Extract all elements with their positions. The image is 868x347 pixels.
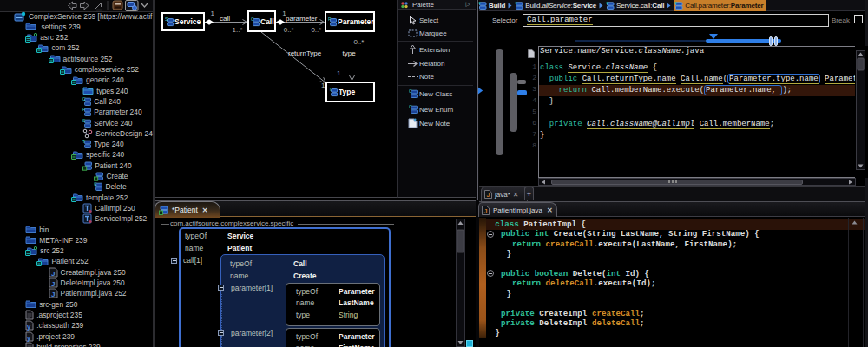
svg-text:J: J (51, 269, 55, 277)
svg-text:J: J (51, 291, 55, 298)
svg-text:returnType: returnType (288, 49, 322, 57)
svg-text:C: C (409, 104, 412, 109)
svg-text:1: 1 (211, 10, 215, 17)
svg-text:C: C (82, 96, 86, 101)
svg-text:C: C (409, 88, 412, 94)
svg-text:C: C (94, 181, 97, 187)
svg-text:0..*: 0..* (284, 26, 294, 34)
svg-text:call: call (220, 15, 230, 23)
svg-text:type: type (343, 49, 357, 57)
svg-text:1: 1 (282, 10, 286, 17)
svg-text:0..*: 0..* (353, 38, 364, 46)
svg-text:T: T (329, 87, 332, 92)
svg-text:J: J (484, 208, 488, 214)
svg-text:J: J (51, 280, 55, 288)
svg-text:J: J (487, 192, 490, 198)
svg-text:parameter: parameter (286, 15, 318, 23)
svg-text:T: T (82, 139, 85, 144)
svg-text:C: C (251, 16, 254, 22)
svg-text:1..*: 1..* (233, 26, 243, 34)
svg-text:0..*: 0..* (311, 26, 321, 34)
svg-text:1: 1 (337, 69, 341, 77)
